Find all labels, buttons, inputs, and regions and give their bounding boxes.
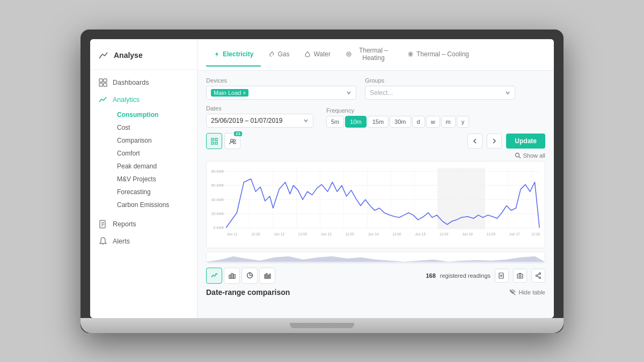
comparison-title: Date-range comparison — [206, 288, 290, 297]
chevron-left-icon — [473, 138, 477, 144]
groups-select[interactable]: Select... — [365, 86, 515, 100]
toolbar-right: Update — [467, 134, 545, 149]
sub-item-cost[interactable]: Cost — [113, 121, 197, 134]
svg-text:80 kWh: 80 kWh — [211, 169, 224, 173]
svg-text:12:00: 12:00 — [440, 232, 449, 236]
hide-table-btn[interactable]: Hide table — [509, 289, 545, 296]
svg-marker-10 — [215, 51, 218, 57]
svg-text:Jun 15: Jun 15 — [415, 232, 426, 236]
dates-group: Dates 25/06/2019 – 01/07/2019 — [206, 105, 313, 128]
date-range-value: 25/06/2019 – 01/07/2019 — [211, 117, 282, 124]
bar-chart-btn[interactable] — [224, 268, 240, 284]
svg-text:12:00: 12:00 — [531, 232, 540, 236]
sub-item-comparison[interactable]: Comparison — [113, 134, 197, 147]
camera-icon — [517, 272, 523, 279]
show-all-link[interactable]: Show all — [515, 152, 545, 159]
sub-item-peak-demand[interactable]: Peak demand — [113, 160, 197, 173]
tab-water[interactable]: Water — [297, 43, 338, 67]
electricity-icon — [214, 51, 220, 57]
grouped-bar-btn[interactable] — [259, 268, 275, 284]
svg-line-24 — [519, 157, 521, 158]
svg-line-81 — [537, 274, 539, 275]
bar-chart-icon — [229, 272, 236, 279]
freq-5m[interactable]: 5m — [326, 116, 344, 128]
sidebar-item-reports[interactable]: Reports — [90, 216, 197, 233]
thermal-heating-icon — [346, 51, 352, 57]
share-btn[interactable] — [531, 269, 545, 283]
sub-item-mv-projects[interactable]: M&V Projects — [113, 173, 197, 186]
svg-point-80 — [536, 275, 538, 276]
nav-prev-btn[interactable] — [467, 134, 482, 149]
svg-rect-1 — [99, 79, 103, 82]
svg-point-11 — [347, 52, 351, 56]
svg-text:Jun 11: Jun 11 — [227, 232, 238, 236]
freq-d[interactable]: d — [412, 116, 425, 128]
sub-item-carbon-emissions[interactable]: Carbon Emissions — [113, 198, 197, 211]
svg-rect-72 — [269, 274, 270, 278]
sidebar-item-alerts[interactable]: Alerts — [90, 233, 197, 250]
show-all-text: Show all — [523, 152, 545, 159]
groups-placeholder: Select... — [370, 89, 393, 97]
water-icon — [304, 51, 311, 57]
filters-row: Devices Main Load × Groups — [206, 77, 545, 100]
freq-y[interactable]: y — [457, 116, 470, 128]
svg-text:0 kWh: 0 kWh — [214, 226, 224, 230]
analyse-icon — [99, 50, 109, 61]
svg-point-23 — [516, 153, 519, 157]
freq-10m[interactable]: 10m — [345, 116, 366, 128]
update-button[interactable]: Update — [506, 134, 545, 149]
svg-line-82 — [537, 276, 539, 277]
export-image-btn[interactable] — [513, 269, 527, 283]
line-chart-icon — [211, 272, 218, 279]
svg-rect-19 — [211, 142, 214, 144]
svg-text:Jun 13: Jun 13 — [321, 232, 332, 236]
svg-rect-3 — [99, 83, 103, 86]
readings-info: 168 registered readings — [426, 269, 545, 283]
grid-view-btn[interactable] — [206, 133, 222, 149]
minimap[interactable] — [206, 252, 545, 263]
tag-remove-icon[interactable]: × — [243, 90, 246, 96]
svg-text:12:00: 12:00 — [251, 232, 260, 236]
grouped-bar-icon — [264, 272, 271, 279]
freq-30m[interactable]: 30m — [390, 116, 411, 128]
main-chart: 80 kWh 60 kWh 40 kWh 20 kWh 0 kWh — [211, 166, 540, 241]
tab-thermal-heating[interactable]: Thermal – Heating — [338, 39, 400, 71]
list-view-btn[interactable]: 23 — [224, 133, 240, 149]
svg-rect-76 — [517, 274, 523, 278]
analytics-label: Analytics — [113, 96, 140, 104]
freq-m[interactable]: m — [441, 116, 456, 128]
readings-label: registered readings — [440, 272, 491, 279]
sub-item-consumption[interactable]: Consumption — [113, 108, 197, 121]
tab-gas[interactable]: Gas — [261, 43, 297, 67]
sub-item-comfort[interactable]: Comfort — [113, 147, 197, 160]
svg-rect-63 — [229, 275, 231, 278]
sidebar-item-dashboards[interactable]: Dashboards — [90, 74, 197, 91]
export-csv-btn[interactable] — [495, 269, 509, 283]
devices-filter-group: Devices Main Load × — [206, 77, 356, 100]
nav-next-btn[interactable] — [487, 134, 502, 149]
svg-point-21 — [230, 139, 233, 142]
pie-chart-icon — [246, 272, 253, 279]
chart-type-buttons — [206, 268, 275, 284]
freq-15m[interactable]: 15m — [368, 116, 389, 128]
devices-select[interactable]: Main Load × — [206, 86, 356, 100]
freq-w[interactable]: w — [426, 116, 440, 128]
pie-chart-btn[interactable] — [241, 268, 258, 284]
frequency-label: Frequency — [326, 107, 469, 114]
line-chart-btn[interactable] — [206, 268, 222, 284]
groups-label: Groups — [365, 77, 515, 84]
tab-thermal-cooling[interactable]: Thermal – Cooling — [400, 43, 477, 67]
svg-point-79 — [539, 277, 541, 278]
sidebar-item-analytics[interactable]: Analytics — [90, 91, 197, 108]
search-icon — [515, 152, 521, 159]
section-header: Date-range comparison Hide table — [206, 288, 545, 297]
chart-line-icon — [99, 95, 107, 104]
svg-text:12:00: 12:00 — [346, 232, 355, 236]
reports-icon — [99, 220, 107, 228]
svg-text:20 kWh: 20 kWh — [211, 212, 224, 216]
sub-item-forecasting[interactable]: Forecasting — [113, 186, 197, 198]
chart-toolbar: 23 Update — [206, 133, 545, 149]
tab-electricity[interactable]: Electricity — [206, 43, 261, 67]
svg-text:Jun 17: Jun 17 — [509, 232, 520, 236]
date-range-select[interactable]: 25/06/2019 – 01/07/2019 — [206, 114, 313, 128]
